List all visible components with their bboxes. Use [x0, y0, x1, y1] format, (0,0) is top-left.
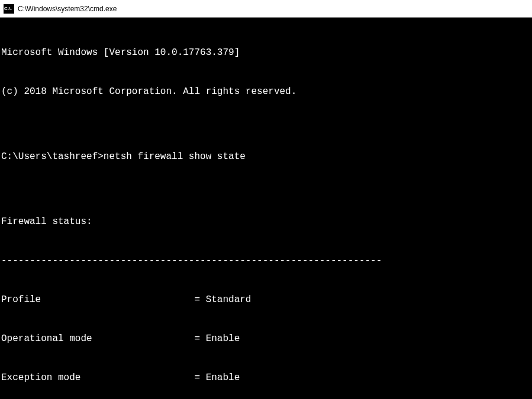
terminal-line: Firewall status:	[1, 215, 531, 228]
window-title: C:\Windows\system32\cmd.exe	[18, 5, 117, 13]
terminal-line: (c) 2018 Microsoft Corporation. All righ…	[1, 85, 531, 98]
terminal-line: Operational mode = Enable	[1, 332, 531, 345]
terminal-line: ----------------------------------------…	[1, 254, 531, 267]
terminal-prompt-line: C:\Users\tashreef>netsh firewall show st…	[1, 150, 531, 163]
window-titlebar[interactable]: C:\. C:\Windows\system32\cmd.exe	[0, 0, 532, 18]
terminal-line: Microsoft Windows [Version 10.0.17763.37…	[1, 46, 531, 59]
terminal-line: Profile = Standard	[1, 293, 531, 306]
terminal-output[interactable]: Microsoft Windows [Version 10.0.17763.37…	[0, 18, 532, 399]
terminal-line: Exception mode = Enable	[1, 371, 531, 384]
cmd-icon: C:\.	[4, 4, 14, 14]
